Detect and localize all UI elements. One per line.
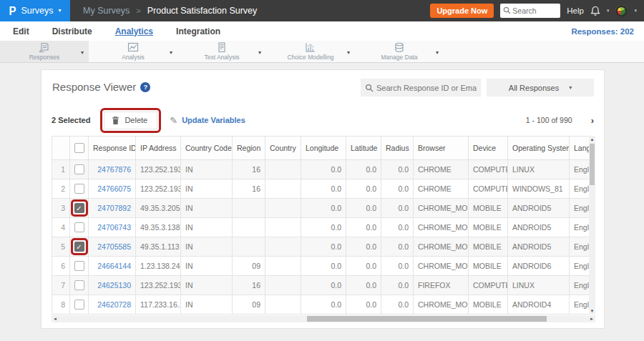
response-id-link[interactable]: 24706743 bbox=[89, 218, 136, 237]
notifications-caret-icon[interactable]: ▾ bbox=[607, 8, 610, 14]
row-checkbox[interactable]: ✓ bbox=[74, 242, 84, 252]
choice-modelling-icon bbox=[305, 42, 316, 53]
cell-ip-address: 49.35.3.138 bbox=[136, 218, 181, 237]
page-title: Response Viewer ? bbox=[52, 81, 150, 93]
col-longitude[interactable]: Longitude bbox=[301, 137, 346, 160]
table-row[interactable]: 6 24664144 1.23.138.24 IN 09 0.0 0.0 0.0… bbox=[52, 257, 590, 276]
delete-button[interactable]: Delete bbox=[104, 112, 157, 129]
row-checkbox[interactable] bbox=[74, 280, 84, 290]
help-badge-icon[interactable]: ? bbox=[140, 82, 150, 92]
vertical-scroll-thumb[interactable] bbox=[590, 144, 595, 185]
row-checkbox[interactable] bbox=[74, 184, 84, 194]
col-country[interactable]: Country bbox=[265, 137, 301, 160]
response-search-input[interactable] bbox=[361, 79, 481, 97]
table-row[interactable]: 3 ✓ 24707892 49.35.3.205 IN 0.0 0.0 0.0 … bbox=[52, 199, 590, 218]
col-ip-address[interactable]: IP Address bbox=[136, 137, 181, 160]
next-page-chevron-icon[interactable]: › bbox=[591, 115, 594, 126]
cell-operating-system: ANDROID5 bbox=[508, 199, 570, 218]
table-row[interactable]: 8 24620728 117.233.16.177 IN 09 0.0 0.0 … bbox=[52, 295, 590, 315]
scroll-left-icon[interactable]: ◄ bbox=[52, 315, 59, 322]
table-row[interactable]: 7 24625130 123.252.193.148 IN 16 0.0 0.0… bbox=[52, 276, 590, 295]
response-id-link[interactable]: 24705585 bbox=[89, 237, 136, 257]
chevron-down-icon[interactable]: ▾ bbox=[170, 49, 172, 56]
horizontal-scrollbar[interactable]: ◄ ► bbox=[52, 315, 595, 322]
response-id-link[interactable]: 24707892 bbox=[89, 199, 136, 218]
col-device[interactable]: Device bbox=[469, 137, 508, 160]
row-checkbox[interactable]: ✓ bbox=[74, 203, 84, 213]
cell-ip-address: 49.35.3.205 bbox=[136, 199, 181, 218]
table-row[interactable]: 1 24767876 123.252.193.148 IN 16 0.0 0.0… bbox=[52, 160, 590, 179]
cell-radius: 0.0 bbox=[381, 276, 414, 295]
col-operating-system[interactable]: Operating System bbox=[508, 137, 570, 160]
cell-device: MOBILE bbox=[469, 199, 508, 218]
row-select-cell bbox=[70, 218, 89, 237]
scroll-down-icon[interactable]: ▼ bbox=[589, 307, 595, 315]
row-checkbox[interactable] bbox=[74, 300, 84, 310]
col-response-id[interactable]: Response ID▲ bbox=[89, 137, 136, 160]
vertical-scrollbar[interactable]: ▲ ▼ bbox=[589, 136, 595, 315]
annotation-delete-highlight: Delete bbox=[100, 108, 161, 133]
response-id-link[interactable]: 24625130 bbox=[89, 276, 136, 295]
user-avatar[interactable] bbox=[615, 5, 628, 17]
tab-distribute[interactable]: Distribute bbox=[52, 26, 92, 36]
upgrade-now-button[interactable]: Upgrade Now bbox=[430, 4, 494, 18]
horizontal-scroll-thumb[interactable] bbox=[307, 316, 546, 322]
tab-analytics[interactable]: Analytics bbox=[115, 26, 153, 36]
chevron-down-icon[interactable]: ▾ bbox=[258, 49, 261, 56]
chevron-down-icon[interactable]: ▾ bbox=[81, 49, 84, 56]
table-body: 1 24767876 123.252.193.148 IN 16 0.0 0.0… bbox=[52, 160, 590, 315]
table-row[interactable]: 5 ✓ 24705585 49.35.1.113 IN 0.0 0.0 0.0 … bbox=[52, 237, 590, 257]
response-id-link[interactable]: 24664144 bbox=[89, 257, 136, 276]
trash-icon bbox=[112, 116, 119, 125]
response-id-link[interactable]: 24766075 bbox=[89, 179, 136, 199]
product-menu-label: Surveys bbox=[21, 6, 53, 16]
toolbar-item-analysis[interactable]: Analysis ▾ bbox=[89, 41, 177, 62]
update-variables-button[interactable]: ✎ Update Variables bbox=[170, 115, 245, 126]
cell-browser: CHROME_MOBILE bbox=[414, 237, 469, 257]
col-rownum bbox=[52, 137, 70, 160]
tab-integration[interactable]: Integration bbox=[176, 26, 220, 36]
update-variables-label: Update Variables bbox=[182, 116, 245, 124]
cell-country bbox=[265, 237, 301, 257]
account-caret-icon[interactable]: ▾ bbox=[634, 8, 637, 14]
response-id-link[interactable]: 24620728 bbox=[89, 295, 136, 315]
cell-region: 16 bbox=[233, 276, 265, 295]
breadcrumb-my-surveys[interactable]: My Surveys bbox=[83, 6, 130, 16]
selected-count: 2 Selected bbox=[52, 116, 90, 124]
cell-device: MOBILE bbox=[469, 218, 508, 237]
cell-operating-system: WINDOWS_81 bbox=[508, 179, 570, 199]
help-link[interactable]: Help bbox=[567, 6, 584, 15]
cell-country bbox=[265, 276, 301, 295]
toolbar-item-text-analysis[interactable]: Text Analysis ▾ bbox=[177, 41, 266, 62]
toolbar-item-choice-modelling[interactable]: Choice Modelling ▾ bbox=[266, 41, 355, 62]
row-checkbox[interactable] bbox=[74, 222, 84, 232]
notifications-bell-icon[interactable] bbox=[590, 6, 600, 16]
scroll-up-icon[interactable]: ▲ bbox=[589, 136, 595, 143]
tab-edit[interactable]: Edit bbox=[13, 26, 29, 36]
scroll-right-icon[interactable]: ► bbox=[588, 315, 595, 322]
col-latitude[interactable]: Latitude bbox=[346, 137, 381, 160]
row-checkbox[interactable] bbox=[74, 164, 84, 174]
toolbar-item-manage-data[interactable]: Manage Data ▾ bbox=[355, 41, 444, 62]
table-row[interactable]: 4 24706743 49.35.3.138 IN 0.0 0.0 0.0 CH… bbox=[52, 218, 590, 237]
chevron-down-icon[interactable]: ▾ bbox=[436, 49, 439, 56]
table-row[interactable]: 2 24766075 123.252.193.148 IN 16 0.0 0.0… bbox=[52, 179, 590, 199]
page-title-text: Response Viewer bbox=[52, 81, 136, 93]
product-switcher[interactable]: P Surveys ▾ bbox=[0, 0, 70, 21]
cell-language: English bbox=[570, 257, 590, 276]
col-country-code[interactable]: Country Code bbox=[181, 137, 233, 160]
top-bar: P Surveys ▾ My Surveys > Product Satisfa… bbox=[0, 0, 644, 21]
col-radius[interactable]: Radius bbox=[381, 137, 414, 160]
cell-latitude: 0.0 bbox=[346, 237, 381, 257]
col-browser[interactable]: Browser bbox=[414, 137, 469, 160]
cell-longitude: 0.0 bbox=[301, 199, 346, 218]
chevron-down-icon[interactable]: ▾ bbox=[347, 49, 350, 56]
toolbar-item-responses[interactable]: Responses ▾ bbox=[0, 41, 89, 62]
row-checkbox[interactable] bbox=[74, 261, 84, 271]
col-language[interactable]: Language bbox=[570, 137, 590, 160]
cell-country bbox=[265, 199, 301, 218]
response-id-link[interactable]: 24767876 bbox=[89, 160, 136, 179]
col-region[interactable]: Region bbox=[233, 137, 265, 160]
responses-filter-dropdown[interactable]: All Responses ▾ bbox=[487, 79, 594, 97]
select-all-checkbox[interactable] bbox=[74, 143, 84, 153]
